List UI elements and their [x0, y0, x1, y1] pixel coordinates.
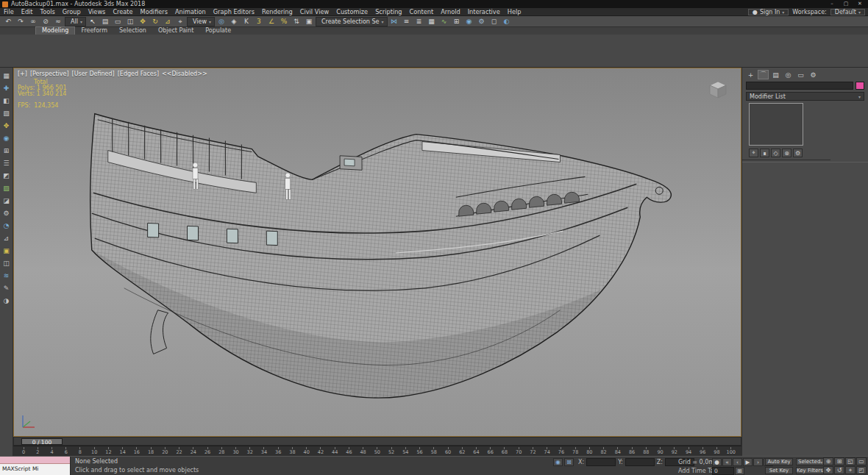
zoom-extents-button[interactable]: ◱ [845, 457, 855, 465]
workspace-dropdown[interactable]: Default ▾ [830, 9, 865, 15]
menu-item[interactable]: Help [504, 8, 525, 16]
close-button[interactable]: ✕ [853, 0, 867, 7]
material-editor-dropdown[interactable]: ◉ [463, 17, 475, 26]
menu-item[interactable]: Animation [171, 8, 210, 16]
perspective-viewport[interactable]: [+] [Perspective] [User Defined] [Edged … [13, 68, 741, 437]
track-bar[interactable]: 0246810121416182022242628303234363840424… [13, 446, 741, 456]
left-dock-button-19[interactable]: ◑ [1, 296, 12, 306]
left-dock-button-16[interactable]: ◫ [1, 258, 12, 268]
viewport-menu-pov[interactable]: [Perspective] [30, 71, 69, 77]
ribbon-tab-populate[interactable]: Populate [199, 27, 237, 35]
menu-item[interactable]: Civil View [296, 8, 332, 16]
left-dock-button-7[interactable]: ⊞ [1, 146, 12, 156]
edit-named-selection-sets-button[interactable]: ▣ [303, 17, 315, 26]
selection-set-filter-dropdown[interactable]: Selected▾ [796, 458, 824, 465]
reference-coordinate-dropdown[interactable]: View▾ [187, 17, 215, 26]
mirror-button[interactable]: ⋈ [388, 17, 400, 26]
isolate-selection-toggle[interactable]: ◉ [553, 458, 563, 466]
select-object-button[interactable]: ↖ [87, 17, 99, 26]
key-filters-button[interactable]: Key Filters... [796, 467, 824, 474]
layer-explorer-button[interactable]: ≣ [413, 17, 425, 26]
left-dock-button-6[interactable]: ◉ [1, 133, 12, 143]
undo-button[interactable]: ↶ [2, 17, 14, 26]
window-crossing-button[interactable]: ◫ [124, 17, 136, 26]
schematic-view-button[interactable]: ⊞ [451, 17, 463, 26]
left-dock-button-18[interactable]: ✎ [1, 283, 12, 293]
redo-button[interactable]: ↷ [15, 17, 26, 26]
macro-recorder-lane[interactable] [0, 457, 70, 464]
selection-region-button[interactable]: ▭ [112, 17, 124, 26]
left-dock-button-15[interactable]: ▣ [1, 246, 12, 256]
view-cube[interactable] [705, 79, 730, 99]
ribbon-tab-freeform[interactable]: Freeform [75, 27, 113, 35]
tab-utilities[interactable]: ⚙ [808, 70, 819, 79]
selection-filter-dropdown[interactable]: All▾ [65, 17, 86, 26]
select-and-rotate-button[interactable]: ↻ [149, 17, 161, 26]
menu-item[interactable]: Views [85, 8, 110, 16]
ribbon-toggle-button[interactable]: ▦ [426, 17, 438, 26]
menu-item[interactable]: Modifiers [137, 8, 171, 16]
menu-item[interactable]: Graph Editors [210, 8, 258, 16]
maxscript-mini-listener[interactable]: MAXScript Mi [0, 457, 71, 475]
maximize-button[interactable]: ▢ [839, 0, 853, 7]
menu-item[interactable]: Interactive [464, 8, 504, 16]
spinner-snap-button[interactable]: ⇅ [291, 17, 302, 26]
render-setup-button[interactable]: ⚙ [476, 17, 488, 26]
remove-modifier-button[interactable]: ⊗ [782, 149, 791, 157]
current-frame-field[interactable]: 0 [712, 467, 734, 475]
menu-item[interactable]: Scripting [371, 8, 405, 16]
time-configuration-button[interactable]: ⊞ [735, 467, 744, 475]
left-dock-button-4[interactable]: ▧ [1, 108, 12, 118]
zoom-region-button[interactable]: ▭ [856, 457, 867, 465]
rendered-frame-window-button[interactable]: ◻ [488, 17, 500, 26]
tab-hierarchy[interactable]: ▤ [770, 70, 781, 79]
selection-lock-toggle[interactable]: ⊠ [564, 458, 574, 466]
listener-lane[interactable]: MAXScript Mi [0, 464, 70, 475]
make-unique-button[interactable]: ◇ [771, 149, 780, 157]
play-button[interactable]: ▶ [743, 458, 753, 466]
left-dock-button-12[interactable]: ⚙ [1, 208, 12, 218]
tab-modify[interactable]: ⌒ [758, 70, 769, 79]
ribbon-tab-modeling[interactable]: Modeling [35, 26, 75, 35]
left-dock-button-5[interactable]: ✥ [1, 121, 12, 131]
tab-motion[interactable]: ◎ [783, 70, 794, 79]
select-and-link-button[interactable]: ∞ [27, 17, 39, 26]
angle-snap-button[interactable]: ∠ [266, 17, 277, 26]
modifier-list-dropdown[interactable]: Modifier List ▾ [746, 92, 864, 101]
left-dock-button-1[interactable]: ▦ [1, 71, 12, 81]
show-end-result-button[interactable]: ∎ [760, 149, 769, 157]
go-to-start-button[interactable]: « [722, 458, 732, 466]
time-slider-track[interactable]: 0 / 100 [13, 437, 741, 446]
keyboard-override-button[interactable]: K [241, 17, 252, 26]
y-field[interactable] [625, 458, 655, 466]
ribbon-tab-object-paint[interactable]: Object Paint [152, 27, 199, 35]
unlink-selection-button[interactable]: ⊘ [40, 17, 51, 26]
render-production-dropdown[interactable]: ◐ [501, 17, 513, 26]
previous-frame-button[interactable]: ‹ [733, 458, 742, 466]
menu-item[interactable]: Arnold [437, 8, 464, 16]
menu-item[interactable]: Edit [18, 8, 37, 16]
menu-item[interactable]: File [0, 8, 18, 16]
menu-item[interactable]: Customize [332, 8, 371, 16]
left-dock-button-3[interactable]: ◧ [1, 96, 12, 106]
minimize-button[interactable]: – [825, 0, 839, 7]
pin-stack-button[interactable]: ⌖ [749, 149, 758, 157]
viewport-menu-general[interactable]: [+] [18, 71, 27, 77]
x-field[interactable] [586, 458, 616, 466]
align-dropdown[interactable]: ≡ [401, 17, 413, 26]
left-dock-button-9[interactable]: ◩ [1, 171, 12, 181]
fov-button[interactable]: ⌖ [845, 466, 855, 474]
tab-display[interactable]: ▭ [795, 70, 806, 79]
percent-snap-button[interactable]: % [278, 17, 290, 26]
pan-button[interactable]: ✥ [823, 466, 833, 474]
orbit-button[interactable]: ↺ [834, 466, 844, 474]
time-slider-handle[interactable]: 0 / 100 [21, 438, 63, 445]
select-and-move-button[interactable]: ✥ [137, 17, 149, 26]
zoom-all-button[interactable]: ⊞ [834, 457, 844, 465]
set-key-button[interactable]: Set Key [765, 467, 793, 474]
select-and-manipulate-button[interactable]: ◈ [228, 17, 240, 26]
menu-item[interactable]: Group [59, 8, 85, 16]
curve-editor-button[interactable]: ∿ [438, 17, 450, 26]
menu-item[interactable]: Content [406, 8, 438, 16]
menu-item[interactable]: Create [109, 8, 136, 16]
